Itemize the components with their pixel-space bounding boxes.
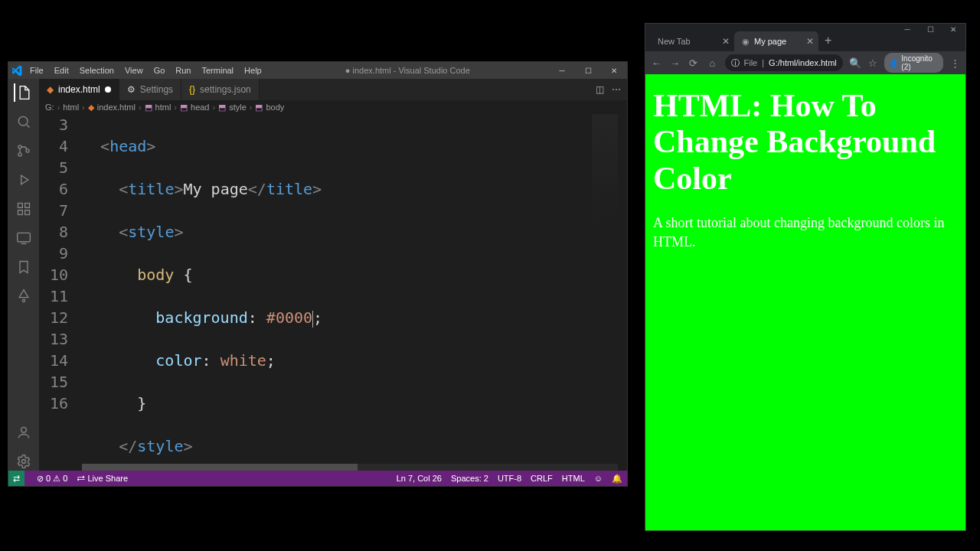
menu-dots-icon[interactable]: ⋮: [949, 57, 961, 69]
svg-rect-5: [25, 204, 30, 208]
status-cursor-pos[interactable]: Ln 7, Col 26: [397, 474, 442, 484]
tab-label: New Tab: [658, 37, 691, 46]
menu-edit[interactable]: Edit: [50, 64, 74, 77]
incognito-icon: 👤: [889, 59, 898, 67]
svg-rect-8: [18, 233, 31, 242]
address-bar[interactable]: ⓘ File | G:/html/index.html: [725, 54, 843, 71]
url-scheme: File: [744, 58, 758, 67]
horizontal-scrollbar[interactable]: [82, 464, 618, 471]
svg-point-1: [18, 145, 21, 148]
liveshare-icon[interactable]: [15, 287, 33, 305]
status-eol[interactable]: CRLF: [531, 474, 553, 484]
svg-point-9: [22, 299, 24, 302]
menu-terminal[interactable]: Terminal: [198, 64, 239, 77]
back-icon[interactable]: ←: [650, 57, 662, 69]
reload-icon[interactable]: ⟳: [688, 57, 700, 69]
status-spaces[interactable]: Spaces: 2: [451, 474, 488, 484]
svg-rect-6: [18, 210, 23, 215]
split-editor-icon[interactable]: ◫: [596, 84, 604, 95]
status-feedback-icon[interactable]: ☺: [594, 474, 603, 484]
status-bar: ⇄ ⊘ 0 ⚠ 0 ⮂ Live Share Ln 7, Col 26 Spac…: [8, 471, 627, 486]
browser-window: ─ ☐ ✕ New Tab ✕ ◉ My page ✕ + ← → ⟳ ⌂ ⓘ …: [645, 23, 966, 531]
home-icon[interactable]: ⌂: [706, 57, 718, 69]
code-editor[interactable]: 345678910111213141516 <head> <title>My p…: [39, 114, 627, 471]
search-icon[interactable]: [15, 112, 33, 131]
status-language[interactable]: HTML: [562, 474, 585, 484]
remote-icon[interactable]: [15, 229, 33, 247]
crumb[interactable]: G:: [45, 103, 54, 112]
git-icon[interactable]: [15, 142, 33, 160]
forward-icon[interactable]: →: [668, 57, 681, 69]
svg-point-0: [18, 116, 28, 126]
bookmark-icon[interactable]: [15, 258, 33, 276]
html-file-icon: ◆: [47, 84, 54, 95]
crumb[interactable]: html: [155, 103, 172, 112]
status-liveshare[interactable]: ⮂ Live Share: [77, 474, 128, 483]
maximize-icon[interactable]: ☐: [575, 62, 601, 79]
browser-tabs: New Tab ✕ ◉ My page ✕ +: [645, 30, 965, 51]
extensions-icon[interactable]: [15, 200, 33, 218]
vscode-titlebar[interactable]: File Edit Selection View Go Run Terminal…: [8, 62, 627, 79]
breadcrumbs[interactable]: G:› html› ◆index.html› ⬒html› ⬒head› ⬒st…: [39, 100, 627, 114]
tab-label: Settings: [140, 84, 173, 95]
tab-close-icon[interactable]: ✕: [806, 36, 814, 47]
menu-selection[interactable]: Selection: [75, 64, 119, 77]
tab-settings-json[interactable]: {} settings.json: [181, 79, 260, 100]
browser-viewport: HTML: How To Change Background Color A s…: [645, 74, 965, 530]
info-icon[interactable]: ⓘ: [731, 57, 740, 69]
tab-index-html[interactable]: ◆ index.html: [39, 79, 119, 100]
menu-go[interactable]: Go: [149, 64, 170, 77]
menu-help[interactable]: Help: [240, 64, 266, 77]
more-icon[interactable]: ⋯: [612, 84, 621, 95]
svg-point-11: [22, 460, 26, 464]
svg-rect-7: [25, 210, 30, 215]
url-path: G:/html/index.html: [769, 58, 837, 67]
zoom-icon[interactable]: 🔍: [849, 57, 861, 69]
menu-run[interactable]: Run: [171, 64, 195, 77]
menu-file[interactable]: File: [25, 64, 48, 77]
tab-label: My page: [754, 37, 786, 46]
tab-new-tab[interactable]: New Tab ✕: [650, 31, 734, 51]
debug-icon[interactable]: [15, 171, 33, 189]
activity-bar: [8, 79, 39, 471]
status-encoding[interactable]: UTF-8: [498, 474, 521, 484]
close-icon[interactable]: ✕: [601, 62, 627, 79]
tab-settings[interactable]: ⚙ Settings: [119, 79, 181, 100]
page-heading: HTML: How To Change Background Color: [653, 88, 958, 197]
settings-gear-icon[interactable]: [15, 452, 33, 471]
globe-icon: ◉: [742, 37, 750, 47]
crumb[interactable]: html: [63, 103, 79, 112]
vscode-window: File Edit Selection View Go Run Terminal…: [8, 61, 628, 487]
minimap[interactable]: [592, 114, 618, 471]
code-content[interactable]: <head> <title>My page</title> <style> bo…: [82, 114, 627, 471]
svg-rect-4: [18, 204, 23, 208]
crumb[interactable]: head: [191, 103, 209, 112]
crumb[interactable]: body: [266, 103, 284, 112]
account-icon[interactable]: [15, 423, 33, 442]
bookmark-star-icon[interactable]: ☆: [867, 57, 879, 69]
crumb[interactable]: style: [229, 103, 247, 112]
vscode-menu: File Edit Selection View Go Run Terminal…: [25, 64, 266, 77]
scroll-thumb[interactable]: [82, 464, 358, 471]
svg-point-3: [26, 149, 29, 152]
window-title: ● index.html - Visual Studio Code: [266, 66, 549, 75]
minimize-icon[interactable]: ─: [549, 62, 575, 79]
browser-toolbar: ← → ⟳ ⌂ ⓘ File | G:/html/index.html 🔍 ☆ …: [645, 51, 965, 74]
incognito-badge[interactable]: 👤 Incognito (2): [884, 53, 943, 73]
tab-label: index.html: [58, 84, 100, 95]
svg-point-10: [21, 427, 27, 432]
remote-indicator[interactable]: ⇄: [8, 471, 24, 486]
tab-label: settings.json: [200, 84, 251, 95]
crumb[interactable]: index.html: [97, 103, 136, 112]
dirty-dot-icon: [105, 86, 111, 93]
menu-view[interactable]: View: [120, 64, 148, 77]
new-tab-button[interactable]: +: [818, 34, 838, 47]
svg-point-2: [18, 153, 21, 156]
status-problems[interactable]: ⊘ 0 ⚠ 0: [37, 474, 67, 484]
tab-close-icon[interactable]: ✕: [722, 36, 730, 47]
gear-icon: ⚙: [127, 84, 136, 95]
status-bell-icon[interactable]: 🔔: [612, 474, 622, 484]
editor-tabs: ◆ index.html ⚙ Settings {} settings.json…: [39, 79, 627, 100]
tab-my-page[interactable]: ◉ My page ✕: [734, 31, 818, 51]
explorer-icon[interactable]: [14, 83, 32, 102]
